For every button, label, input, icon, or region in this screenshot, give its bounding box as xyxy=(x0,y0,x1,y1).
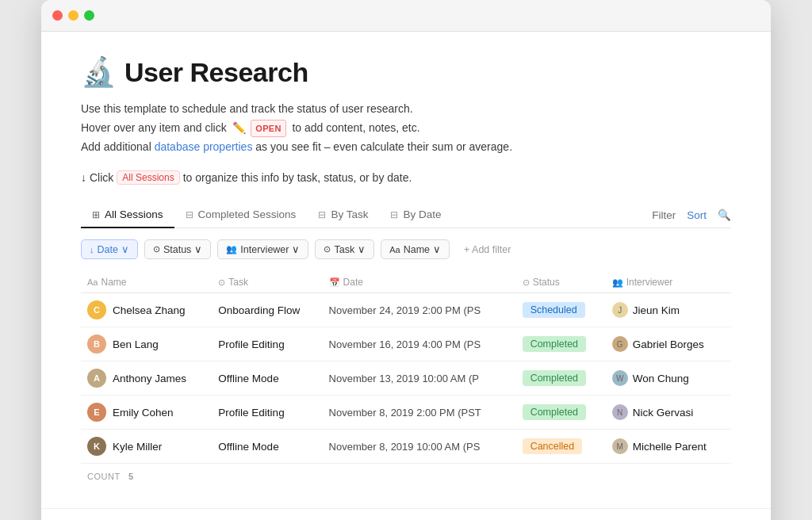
close-button[interactable] xyxy=(52,10,63,21)
table-row[interactable]: K Kyle Miller Offline ModeNovember 8, 20… xyxy=(81,430,731,464)
page-content: 🔬 User Research Use this template to sch… xyxy=(41,32,771,508)
chevron-down-icon-3: ∨ xyxy=(292,243,300,255)
col-name: AaName xyxy=(81,272,212,293)
interviewer-name: Michelle Parent xyxy=(633,441,707,453)
status-badge: Completed xyxy=(523,404,586,420)
name-icon: Aa xyxy=(389,245,400,254)
tab-icon-all: ⊞ xyxy=(92,209,100,220)
cell-status-4: Cancelled xyxy=(516,430,606,464)
search-button[interactable]: 🔍 xyxy=(718,208,731,221)
cell-interviewer-3: N Nick Gervasi xyxy=(606,396,731,430)
tab-all-sessions[interactable]: ⊞ All Sessions xyxy=(81,202,174,228)
filter-name-label: Name xyxy=(404,244,430,255)
name-col-icon: Aa xyxy=(87,277,98,287)
chevron-down-icon-4: ∨ xyxy=(358,243,366,255)
table-row[interactable]: E Emily Cohen Profile EditingNovember 8,… xyxy=(81,396,731,430)
tab-label-date: By Date xyxy=(403,208,441,220)
tab-icon-task: ⊟ xyxy=(318,209,326,220)
page-emoji: 🔬 xyxy=(81,55,117,89)
cell-interviewer-1: G Gabriel Borges xyxy=(606,327,731,361)
count-row: COUNT 5 xyxy=(81,464,731,484)
db-properties-link[interactable]: database properties xyxy=(155,140,253,153)
person-name: Ben Lang xyxy=(113,338,159,350)
cell-task-3: Profile Editing xyxy=(212,396,322,430)
table-row[interactable]: C Chelsea Zhang Onboarding FlowNovember … xyxy=(81,293,731,327)
minimize-button[interactable] xyxy=(68,10,79,21)
interviewer-col-icon: 👥 xyxy=(612,277,623,287)
status-col-icon: ⊙ xyxy=(523,277,530,287)
avatar: B xyxy=(87,335,106,354)
cell-interviewer-2: W Won Chung xyxy=(606,361,731,396)
tab-by-task[interactable]: ⊟ By Task xyxy=(307,202,379,228)
count-label: COUNT xyxy=(87,472,120,481)
col-interviewer: 👥Interviewer xyxy=(606,272,731,293)
interviewer-avatar: M xyxy=(612,438,628,454)
interviewer-avatar: N xyxy=(612,404,628,420)
tab-by-date[interactable]: ⊟ By Date xyxy=(379,202,452,228)
tabs: ⊞ All Sessions ⊟ Completed Sessions ⊟ By… xyxy=(81,202,452,228)
date-arrow-icon: ↓ xyxy=(90,245,94,254)
filter-task[interactable]: ⊙ Task ∨ xyxy=(315,239,374,259)
avatar: C xyxy=(87,300,106,319)
chevron-down-icon-5: ∨ xyxy=(433,243,441,255)
click-hint: ↓ Click All Sessions to organize this in… xyxy=(81,170,731,185)
cell-interviewer-0: J Jieun Kim xyxy=(606,293,731,327)
cell-date-2: November 13, 2019 10:00 AM (P xyxy=(323,361,516,396)
cell-name-3: E Emily Cohen xyxy=(81,396,212,430)
cell-name-4: K Kyle Miller xyxy=(81,430,212,464)
footer: N NotionGot xyxy=(41,508,771,520)
filter-date[interactable]: ↓ Date ∨ xyxy=(81,239,138,259)
cell-status-3: Completed xyxy=(516,396,606,430)
avatar: E xyxy=(87,403,106,422)
person-name: Anthony James xyxy=(113,373,186,384)
tab-icon-date: ⊟ xyxy=(390,209,398,220)
interviewer-name: Won Chung xyxy=(633,373,689,384)
filter-date-label: Date xyxy=(98,244,118,255)
desc-line3: Add additional database properties as yo… xyxy=(81,138,731,157)
interviewer-name: Gabriel Borges xyxy=(633,338,704,350)
table-row[interactable]: B Ben Lang Profile EditingNovember 16, 2… xyxy=(81,327,731,361)
task-col-icon: ⊙ xyxy=(218,277,225,287)
filter-interviewer-label: Interviewer xyxy=(240,244,289,255)
cell-interviewer-4: M Michelle Parent xyxy=(606,430,731,464)
all-sessions-badge[interactable]: All Sessions xyxy=(117,170,179,185)
cell-name-0: C Chelsea Zhang xyxy=(81,293,212,327)
filter-button[interactable]: Filter xyxy=(652,209,676,221)
titlebar xyxy=(41,0,771,32)
cell-status-2: Completed xyxy=(516,361,606,396)
status-badge: Completed xyxy=(523,336,586,352)
filter-interviewer[interactable]: 👥 Interviewer ∨ xyxy=(217,239,308,259)
filter-status[interactable]: ⊙ Status ∨ xyxy=(144,239,211,259)
filters-row: ↓ Date ∨ ⊙ Status ∨ 👥 Interviewer ∨ ⊙ Ta… xyxy=(81,239,731,259)
avatar: A xyxy=(87,369,106,388)
task-icon: ⊙ xyxy=(324,244,331,254)
person-name: Emily Cohen xyxy=(113,407,174,419)
cell-date-3: November 8, 2019 2:00 PM (PST xyxy=(323,396,516,430)
interviewer-icon: 👥 xyxy=(226,244,237,254)
status-badge: Completed xyxy=(523,370,586,386)
cell-date-4: November 8, 2019 10:00 AM (PS xyxy=(323,430,516,464)
table-header-row: AaName ⊙Task 📅Date ⊙Status 👥Interviewer xyxy=(81,272,731,293)
status-badge: Scheduled xyxy=(523,302,585,318)
col-task: ⊙Task xyxy=(212,272,322,293)
sort-button[interactable]: Sort xyxy=(687,209,707,221)
interviewer-avatar: J xyxy=(612,302,628,318)
tab-label-task: By Task xyxy=(331,208,368,220)
cell-task-2: Offline Mode xyxy=(212,361,322,396)
table-row[interactable]: A Anthony James Offline ModeNovember 13,… xyxy=(81,361,731,396)
desc-line1: Use this template to schedule and track … xyxy=(81,100,731,119)
tab-completed-sessions[interactable]: ⊟ Completed Sessions xyxy=(174,202,308,228)
add-filter-button[interactable]: + Add filter xyxy=(456,241,519,258)
maximize-button[interactable] xyxy=(84,10,94,21)
cell-task-1: Profile Editing xyxy=(212,327,322,361)
person-name: Chelsea Zhang xyxy=(113,304,186,316)
col-status: ⊙Status xyxy=(516,272,606,293)
cell-name-2: A Anthony James xyxy=(81,361,212,396)
filter-name[interactable]: Aa Name ∨ xyxy=(381,239,450,259)
tab-label-all: All Sessions xyxy=(105,208,163,220)
interviewer-name: Nick Gervasi xyxy=(633,407,694,419)
tab-actions: Filter Sort 🔍 xyxy=(652,208,731,221)
cell-task-4: Offline Mode xyxy=(212,430,322,464)
count-value: 5 xyxy=(128,472,134,481)
col-date: 📅Date xyxy=(323,272,516,293)
